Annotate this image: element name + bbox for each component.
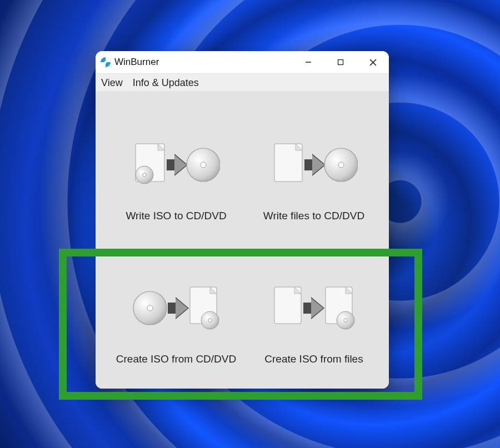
- svg-marker-17: [312, 155, 324, 175]
- title-bar: WinBurner: [96, 51, 389, 73]
- client-area: Write ISO to CD/DVD: [96, 91, 389, 389]
- app-window: WinBurner View Info & Updates: [96, 51, 389, 389]
- window-title: WinBurner: [114, 57, 159, 68]
- svg-marker-24: [176, 298, 188, 318]
- svg-point-1: [104, 61, 107, 63]
- window-control-buttons: [292, 51, 389, 73]
- tile-icon: [107, 278, 246, 339]
- tile-icon: [107, 134, 246, 195]
- tile-write-files-to-cd-dvd[interactable]: Write files to CD/DVD: [244, 134, 383, 222]
- svg-point-8: [143, 173, 146, 177]
- tile-write-iso-to-cd-dvd[interactable]: Write ISO to CD/DVD: [107, 134, 246, 222]
- tile-create-iso-from-cd-dvd[interactable]: Create ISO from CD/DVD: [107, 278, 246, 365]
- tile-icon: [244, 278, 383, 339]
- svg-marker-31: [311, 298, 323, 318]
- tile-label: Create ISO from files: [244, 353, 383, 365]
- svg-marker-11: [174, 155, 187, 175]
- svg-point-34: [344, 319, 347, 322]
- svg-point-21: [147, 305, 153, 311]
- menu-info-updates[interactable]: Info & Updates: [133, 74, 199, 92]
- menu-view[interactable]: View: [101, 74, 123, 92]
- svg-point-27: [208, 319, 212, 322]
- svg-rect-15: [304, 159, 312, 170]
- maximize-button[interactable]: [324, 51, 357, 73]
- svg-rect-29: [303, 303, 311, 314]
- tile-label: Write files to CD/DVD: [244, 210, 383, 222]
- svg-point-13: [201, 162, 206, 168]
- tile-create-iso-from-files[interactable]: Create ISO from files: [244, 278, 383, 365]
- menu-bar: View Info & Updates: [96, 73, 389, 92]
- minimize-button[interactable]: [292, 51, 324, 73]
- tile-label: Create ISO from CD/DVD: [107, 353, 246, 365]
- close-button[interactable]: [357, 51, 389, 73]
- svg-rect-9: [167, 159, 174, 170]
- svg-point-19: [338, 162, 344, 168]
- tile-icon: [244, 134, 383, 195]
- tile-label: Write ISO to CD/DVD: [107, 210, 246, 222]
- svg-rect-3: [338, 60, 343, 65]
- app-icon: [100, 57, 111, 68]
- svg-rect-22: [168, 303, 176, 314]
